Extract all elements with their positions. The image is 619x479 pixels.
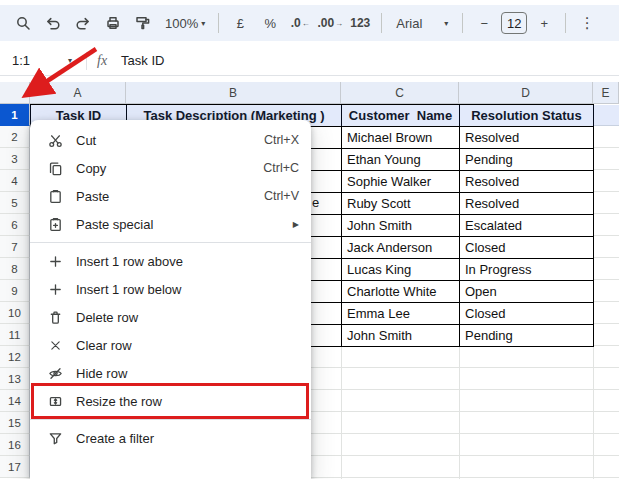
menu-item-label: Insert 1 row above [76, 254, 299, 269]
font-family-value: Arial [396, 16, 422, 31]
row-header-10[interactable]: 10 [0, 302, 30, 324]
font-family-selector[interactable]: Arial ▾ [390, 10, 454, 36]
row-header-13[interactable]: 13 [0, 368, 30, 390]
name-box[interactable]: 1:1 ▾ [0, 53, 86, 68]
menu-item-delete-row[interactable]: Delete row [30, 303, 311, 331]
more-options-button[interactable]: ⋮ [574, 10, 600, 36]
paint-format-button[interactable] [130, 10, 156, 36]
menu-item-hide-row[interactable]: Hide row [30, 359, 311, 387]
increase-font-size-button[interactable]: + [531, 10, 557, 36]
column-header-a[interactable]: A [30, 82, 126, 104]
redo-button[interactable] [70, 10, 96, 36]
cell-d2[interactable]: Resolved [460, 127, 594, 149]
column-header-d[interactable]: D [459, 82, 593, 104]
search-button[interactable] [10, 10, 36, 36]
percent-icon: % [264, 16, 276, 31]
select-all-corner[interactable] [0, 82, 30, 104]
search-icon [15, 15, 31, 31]
menu-item-shortcut: Ctrl+V [264, 189, 299, 203]
row-header-11[interactable]: 11 [0, 324, 30, 346]
row-header-4[interactable]: 4 [0, 170, 30, 192]
cell-c5[interactable]: Ruby Scott [342, 193, 460, 215]
cell-c8[interactable]: Lucas King [342, 259, 460, 281]
redo-icon [75, 15, 91, 31]
decrease-decimal-button[interactable]: .0 ← [287, 10, 313, 36]
menu-item-insert-row-above[interactable]: Insert 1 row above [30, 247, 311, 275]
zoom-selector[interactable]: 100% ▾ [160, 10, 210, 36]
font-size-input[interactable]: 12 [501, 12, 527, 34]
row-header-5[interactable]: 5 [0, 192, 30, 214]
cell-c3[interactable]: Ethan Young [342, 149, 460, 171]
print-button[interactable] [100, 10, 126, 36]
row-header-6[interactable]: 6 [0, 214, 30, 236]
menu-item-copy[interactable]: Copy Ctrl+C [30, 154, 311, 182]
row-header-14[interactable]: 14 [0, 390, 30, 412]
eye-off-icon [48, 366, 63, 381]
formula-bar: 1:1 ▾ fx Task ID [0, 46, 619, 76]
cell-c9[interactable]: Charlotte White [342, 281, 460, 303]
menu-item-create-filter[interactable]: Create a filter [30, 424, 311, 452]
menu-item-label: Hide row [76, 366, 299, 381]
cell-d7[interactable]: Closed [460, 237, 594, 259]
cell-d8[interactable]: In Progress [460, 259, 594, 281]
menu-item-cut[interactable]: Cut Ctrl+X [30, 126, 311, 154]
menu-item-paste[interactable]: Paste Ctrl+V [30, 182, 311, 210]
row-header-1[interactable]: 1 [0, 104, 30, 126]
row-header-2[interactable]: 2 [0, 126, 30, 148]
decrease-font-size-button[interactable]: − [471, 10, 497, 36]
cell-d11[interactable]: Pending [460, 325, 594, 347]
cell-d6[interactable]: Escalated [460, 215, 594, 237]
cell-c6[interactable]: John Smith [342, 215, 460, 237]
currency-format-button[interactable]: £ [227, 10, 253, 36]
row-header-9[interactable]: 9 [0, 280, 30, 302]
number-format-button[interactable]: 123 [347, 10, 373, 36]
paint-format-icon [135, 15, 151, 31]
row-number: 5 [11, 197, 17, 209]
plus-icon [48, 254, 63, 269]
zoom-value: 100% [165, 16, 198, 31]
cell-c1[interactable]: Customer Name [342, 105, 460, 127]
filter-icon [48, 431, 63, 446]
percent-format-button[interactable]: % [257, 10, 283, 36]
chevron-down-icon: ▾ [201, 19, 205, 28]
undo-button[interactable] [40, 10, 66, 36]
cell-d5[interactable]: Resolved [460, 193, 594, 215]
row-header-17[interactable]: 17 [0, 456, 30, 478]
row-number: 9 [11, 285, 17, 297]
row-header-15[interactable]: 15 [0, 412, 30, 434]
column-header-c[interactable]: C [341, 82, 459, 104]
row-header-16[interactable]: 16 [0, 434, 30, 456]
menu-item-clear-row[interactable]: Clear row [30, 331, 311, 359]
row-header-3[interactable]: 3 [0, 148, 30, 170]
row-number: 7 [11, 241, 17, 253]
print-icon [105, 15, 121, 31]
column-letter: E [601, 86, 609, 100]
toolbar-divider [381, 13, 382, 33]
cell-c10[interactable]: Emma Lee [342, 303, 460, 325]
minus-icon: − [480, 16, 488, 31]
row-header-8[interactable]: 8 [0, 258, 30, 280]
cell-d9[interactable]: Open [460, 281, 594, 303]
menu-item-label: Delete row [76, 310, 299, 325]
cell-d10[interactable]: Closed [460, 303, 594, 325]
cell-d4[interactable]: Resolved [460, 171, 594, 193]
menu-item-resize-row[interactable]: Resize the row [30, 387, 311, 415]
row-number: 1 [11, 109, 17, 121]
toolbar-divider [565, 13, 566, 33]
row-header-12[interactable]: 12 [0, 346, 30, 368]
row-number: 16 [8, 439, 21, 451]
row-header-7[interactable]: 7 [0, 236, 30, 258]
cell-c7[interactable]: Jack Anderson [342, 237, 460, 259]
cell-d1[interactable]: Resolution Status [460, 105, 594, 127]
cell-c4[interactable]: Sophie Walker [342, 171, 460, 193]
column-header-b[interactable]: B [126, 82, 341, 104]
context-menu: Cut Ctrl+X Copy Ctrl+C Paste Ctrl+V Past… [30, 120, 311, 479]
menu-item-paste-special[interactable]: Paste special ▶ [30, 210, 311, 238]
formula-input[interactable]: Task ID [121, 53, 164, 68]
column-header-e[interactable]: E [593, 82, 619, 104]
cell-c2[interactable]: Michael Brown [342, 127, 460, 149]
cell-d3[interactable]: Pending [460, 149, 594, 171]
increase-decimal-button[interactable]: .00 → [317, 10, 343, 36]
cell-c11[interactable]: John Smith [342, 325, 460, 347]
menu-item-insert-row-below[interactable]: Insert 1 row below [30, 275, 311, 303]
